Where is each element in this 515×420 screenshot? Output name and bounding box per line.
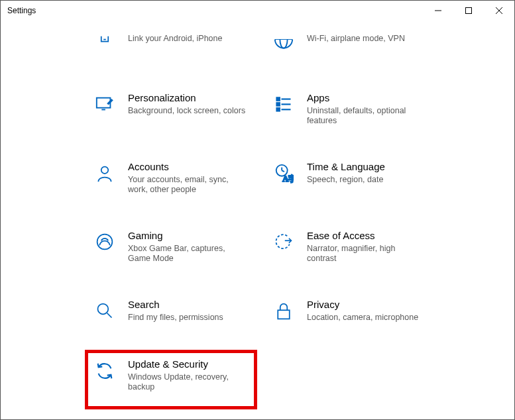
settings-grid: Link your Android, iPhone Wi-Fi, airplan… <box>93 32 445 393</box>
svg-rect-4 <box>101 36 109 41</box>
svg-rect-13 <box>277 108 280 111</box>
svg-point-15 <box>101 167 109 174</box>
category-title: Ease of Access <box>307 230 426 242</box>
category-desc: Your accounts, email, sync, work, other … <box>128 175 247 195</box>
category-network[interactable]: Wi-Fi, airplane mode, VPN <box>272 32 438 58</box>
svg-rect-9 <box>277 97 280 100</box>
category-title: Search <box>128 299 223 311</box>
settings-grid-area: Link your Android, iPhone Wi-Fi, airplan… <box>1 21 514 419</box>
category-title: Gaming <box>128 230 247 242</box>
category-update-security[interactable]: Update & Security Windows Update, recove… <box>93 358 259 393</box>
category-phone[interactable]: Link your Android, iPhone <box>93 32 259 58</box>
update-icon <box>93 361 116 384</box>
category-title: Update & Security <box>128 358 247 371</box>
apps-icon <box>272 95 295 117</box>
settings-window: Settings <box>0 0 515 420</box>
category-accounts[interactable]: Accounts Your accounts, email, sync, wor… <box>93 161 259 195</box>
category-gaming[interactable]: Gaming Xbox Game Bar, captures, Game Mod… <box>93 230 259 264</box>
category-title: Time & Language <box>307 161 385 174</box>
close-button[interactable] <box>484 1 514 21</box>
category-privacy[interactable]: Privacy Location, camera, microphone <box>272 299 438 324</box>
category-title: Apps <box>307 92 426 105</box>
svg-line-18 <box>282 170 284 172</box>
category-personalization[interactable]: Personalization Background, lock screen,… <box>93 92 259 127</box>
minimize-button[interactable] <box>423 1 453 21</box>
svg-line-23 <box>107 313 112 318</box>
category-desc: Speech, region, date <box>307 175 385 185</box>
window-title: Settings <box>1 6 36 15</box>
search-icon <box>93 301 116 324</box>
category-desc: Link your Android, iPhone <box>128 34 222 44</box>
time-language-icon: A字 <box>272 164 295 186</box>
svg-rect-24 <box>278 310 290 319</box>
gaming-icon <box>93 233 116 255</box>
category-desc: Background, lock screen, colors <box>128 106 245 117</box>
person-icon <box>93 164 116 186</box>
svg-point-20 <box>97 235 113 250</box>
category-apps[interactable]: Apps Uninstall, defaults, optional featu… <box>272 92 438 127</box>
category-desc: Wi-Fi, airplane mode, VPN <box>307 34 405 44</box>
category-desc: Narrator, magnifier, high contrast <box>307 244 426 264</box>
category-title: Privacy <box>307 299 418 311</box>
category-desc: Xbox Game Bar, captures, Game Mode <box>128 244 247 264</box>
category-ease-of-access[interactable]: Ease of Access Narrator, magnifier, high… <box>272 230 438 264</box>
category-desc: Location, camera, microphone <box>307 313 418 323</box>
category-time-language[interactable]: A字 Time & Language Speech, region, date <box>272 161 438 195</box>
category-desc: Uninstall, defaults, optional features <box>307 106 426 127</box>
globe-icon <box>272 35 295 58</box>
category-desc: Windows Update, recovery, backup <box>128 372 247 393</box>
svg-rect-11 <box>277 103 280 105</box>
titlebar: Settings <box>1 1 514 21</box>
svg-rect-1 <box>466 8 472 14</box>
window-controls <box>423 1 514 21</box>
ease-of-access-icon <box>272 233 295 255</box>
phone-icon <box>93 35 116 58</box>
svg-point-22 <box>98 304 109 315</box>
category-desc: Find my files, permissions <box>128 313 223 323</box>
category-search[interactable]: Search Find my files, permissions <box>93 299 259 324</box>
category-title: Accounts <box>128 161 247 174</box>
svg-text:A字: A字 <box>282 174 294 184</box>
maximize-button[interactable] <box>453 1 484 21</box>
lock-icon <box>272 301 295 324</box>
category-title: Personalization <box>128 92 245 105</box>
personalization-icon <box>93 95 116 117</box>
